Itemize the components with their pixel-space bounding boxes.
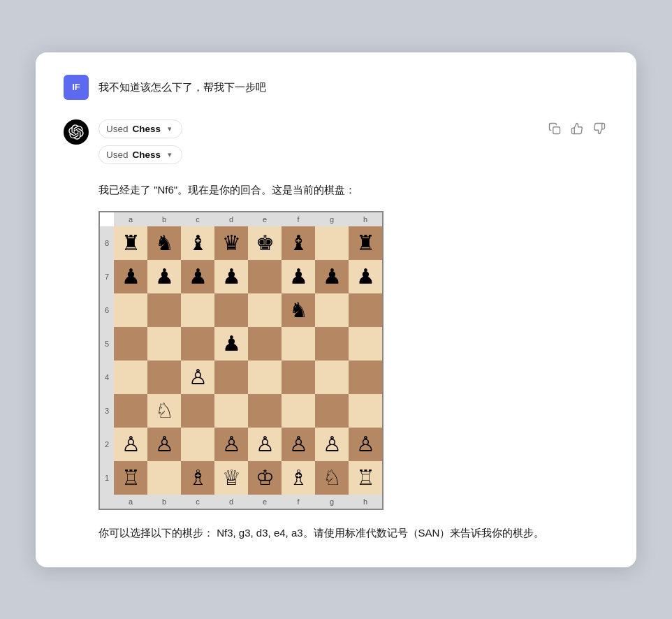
tool-badge-1[interactable]: Used Chess ▾: [98, 119, 182, 138]
ai-top-row: Used Chess ▾ Used Chess ▾ 我已经走了 "Nf6"。现在…: [98, 119, 608, 542]
board-cell: [214, 293, 248, 327]
board-cell: [315, 327, 349, 361]
chess-board: abcdefgh8♜♞♝♛♚♝ ♜7♟♟♟♟ ♟♟♟6 ♞ 5 ♟ 4 ♙ 3 …: [98, 211, 384, 510]
board-cell: ♙: [349, 428, 382, 461]
board-cell: [248, 293, 282, 327]
board-cell: [181, 394, 214, 428]
board-cell: [114, 394, 147, 428]
ai-right: Used Chess ▾ Used Chess ▾ 我已经走了 "Nf6"。现在…: [98, 119, 608, 542]
board-cell: [315, 394, 349, 428]
board-cell: ♖: [349, 461, 382, 495]
board-cell: ♞: [282, 293, 315, 327]
board-cell: [114, 327, 147, 361]
board-cell: [349, 327, 382, 361]
board-cell: ♝: [181, 226, 214, 260]
ai-content-area: Used Chess ▾ Used Chess ▾ 我已经走了 "Nf6"。现在…: [98, 119, 546, 542]
board-cell: [248, 361, 282, 394]
board-cell: [147, 461, 181, 495]
tool-badge-1-label: Used: [106, 124, 129, 134]
board-cell: ♟: [181, 260, 214, 293]
board-cell: ♙: [248, 428, 282, 461]
user-message: IF 我不知道该怎么下了，帮我下一步吧: [64, 75, 608, 100]
board-cell: [181, 327, 214, 361]
board-cell: [214, 394, 248, 428]
svg-rect-0: [553, 126, 560, 133]
board-cell: ♛: [214, 226, 248, 260]
board-cell: [181, 428, 214, 461]
board-cell: [114, 361, 147, 394]
copy-button[interactable]: [546, 119, 564, 138]
board-cell: [349, 361, 382, 394]
board-cell: ♕: [214, 461, 248, 495]
board-cell: ♟: [214, 327, 248, 361]
board-cell: ♙: [315, 428, 349, 461]
board-cell: ♝: [282, 226, 315, 260]
board-cell: ♘: [315, 461, 349, 495]
chevron-down-icon-1: ▾: [168, 124, 172, 133]
board-cell: [315, 226, 349, 260]
tool-badge-2-name: Chess: [133, 150, 161, 160]
board-cell: [181, 293, 214, 327]
board-cell: ♟: [282, 260, 315, 293]
board-cell: ♟: [315, 260, 349, 293]
board-cell: [248, 327, 282, 361]
ai-intro-text: 我已经走了 "Nf6"。现在是你的回合。这是当前的棋盘：: [98, 181, 546, 199]
board-cell: ♘: [147, 394, 181, 428]
board-cell: ♟: [114, 260, 147, 293]
board-cell: [315, 361, 349, 394]
board-cell: [282, 361, 315, 394]
tool-badge-1-name: Chess: [133, 124, 161, 134]
board-cell: ♙: [181, 361, 214, 394]
board-cell: ♚: [248, 226, 282, 260]
board-cell: ♜: [114, 226, 147, 260]
board-cell: [315, 293, 349, 327]
board-cell: [147, 293, 181, 327]
board-cell: ♟: [349, 260, 382, 293]
board-cell: ♗: [181, 461, 214, 495]
like-button[interactable]: [568, 119, 586, 138]
action-buttons: [546, 119, 608, 138]
user-text: 我不知道该怎么下了，帮我下一步吧: [98, 75, 266, 96]
board-cell: [282, 327, 315, 361]
board-cell: ♟: [147, 260, 181, 293]
board-cell: ♙: [282, 428, 315, 461]
chevron-down-icon-2: ▾: [168, 150, 172, 159]
ai-avatar: [64, 119, 89, 145]
board-cell: [248, 394, 282, 428]
board-cell: [248, 260, 282, 293]
ai-message: Used Chess ▾ Used Chess ▾ 我已经走了 "Nf6"。现在…: [64, 119, 608, 542]
board-cell: ♙: [147, 428, 181, 461]
board-cell: ♗: [282, 461, 315, 495]
board-cell: ♙: [114, 428, 147, 461]
board-cell: ♔: [248, 461, 282, 495]
board-cell: ♜: [349, 226, 382, 260]
tool-badge-2-label: Used: [106, 150, 129, 160]
board-cell: [214, 361, 248, 394]
board-cell: [114, 293, 147, 327]
ai-footer-text: 你可以选择以下的棋步： Nf3, g3, d3, e4, a3。请使用标准代数记…: [98, 524, 546, 542]
board-cell: ♟: [214, 260, 248, 293]
board-cell: [147, 361, 181, 394]
board-cell: [349, 394, 382, 428]
user-avatar: IF: [64, 75, 89, 100]
board-cell: ♖: [114, 461, 147, 495]
board-cell: [349, 293, 382, 327]
board-cell: ♙: [214, 428, 248, 461]
board-cell: [282, 394, 315, 428]
dislike-button[interactable]: [590, 119, 608, 138]
board-cell: ♞: [147, 226, 181, 260]
board-cell: [147, 327, 181, 361]
chat-container: IF 我不知道该怎么下了，帮我下一步吧 Used Chess ▾: [36, 52, 636, 567]
tool-badge-2[interactable]: Used Chess ▾: [98, 145, 182, 164]
tool-badges: Used Chess ▾ Used Chess ▾: [98, 119, 546, 171]
